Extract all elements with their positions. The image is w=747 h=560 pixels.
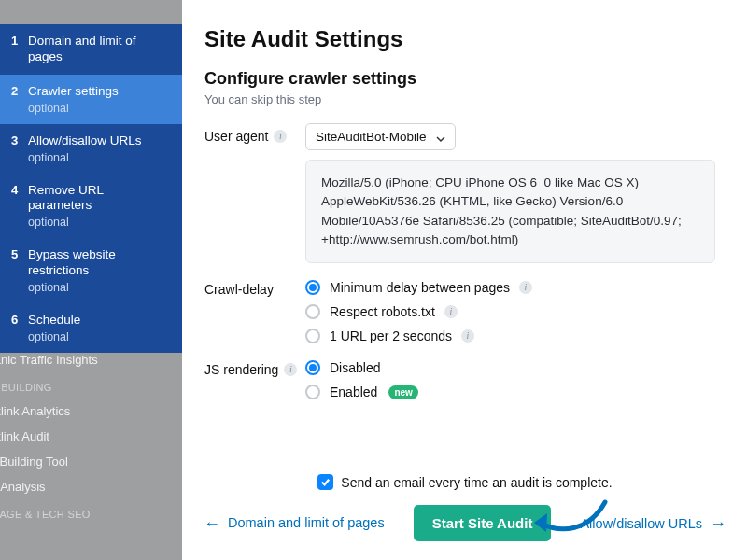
step-number: 4 (11, 183, 28, 197)
start-audit-button[interactable]: Start Site Audit (414, 505, 552, 541)
user-agent-label: User agent i (204, 123, 305, 144)
step-allow-disallow[interactable]: 3 Allow/disallow URLs optional (0, 124, 182, 174)
radio-label: Minimum delay between pages (330, 280, 510, 295)
next-link-text: Allow/disallow URLs (580, 516, 702, 531)
prev-link-text: Domain and limit of pages (228, 515, 385, 531)
user-agent-select[interactable]: SiteAuditBot-Mobile (305, 123, 456, 150)
step-label: Domain and limit of pages (28, 34, 167, 65)
user-agent-row: User agent i SiteAuditBot-Mobile Mozilla… (204, 123, 715, 263)
step-optional: optional (28, 216, 167, 229)
radio-icon (305, 280, 320, 295)
step-label: Remove URL parameters (28, 183, 167, 215)
step-optional: optional (28, 281, 167, 294)
radio-label: Enabled (330, 385, 377, 399)
email-notify-row: Send an email every time an audit is com… (204, 474, 726, 490)
info-icon[interactable]: i (519, 281, 532, 294)
radio-label: Respect robots.txt (330, 304, 435, 319)
check-icon (320, 477, 331, 487)
footer: Send an email every time an audit is com… (204, 474, 726, 541)
info-icon[interactable]: i (284, 363, 297, 376)
email-checkbox-label: Send an email every time an audit is com… (341, 475, 612, 490)
step-number: 1 (11, 34, 28, 48)
bg-nav-header: LINK BUILDING (0, 372, 182, 399)
js-rendering-label-text: JS rendering (204, 362, 278, 377)
step-number: 2 (11, 84, 28, 98)
js-rendering-row: JS rendering i Disabled Enabled new (204, 357, 715, 399)
step-label: Allow/disallow URLs (28, 133, 167, 149)
email-checkbox[interactable] (317, 474, 333, 490)
js-rendering-label: JS rendering i (204, 357, 305, 377)
arrow-right-icon: → (710, 515, 726, 532)
step-label: Bypass website restrictions (28, 247, 167, 279)
bg-nav-header: ON PAGE & TECH SEO (0, 499, 182, 525)
radio-icon (305, 360, 320, 375)
skip-note: You can skip this step (204, 92, 715, 106)
info-icon[interactable]: i (274, 130, 287, 143)
user-agent-selected-value: SiteAuditBot-Mobile (316, 130, 427, 144)
radio-icon (305, 329, 320, 343)
page-title: Site Audit Settings (204, 26, 715, 52)
crawl-delay-option-1url2s[interactable]: 1 URL per 2 seconds i (305, 329, 532, 343)
crawl-delay-row: Crawl-delay Minimum delay between pages … (204, 276, 715, 343)
info-icon[interactable]: i (461, 329, 474, 343)
js-rendering-enabled[interactable]: Enabled new (305, 385, 418, 399)
step-domain-limit[interactable]: 1 Domain and limit of pages (0, 24, 182, 75)
step-crawler-settings[interactable]: 2 Crawler settings optional (0, 75, 182, 124)
radio-label: 1 URL per 2 seconds (330, 329, 452, 343)
crawl-delay-option-robots[interactable]: Respect robots.txt i (305, 304, 532, 319)
prev-step-link[interactable]: ← Domain and limit of pages (204, 515, 385, 532)
step-number: 3 (11, 133, 28, 147)
radio-icon (305, 385, 320, 399)
chevron-down-icon (436, 133, 445, 142)
step-number: 6 (11, 313, 28, 327)
step-optional: optional (28, 151, 167, 164)
step-label: Schedule (28, 313, 167, 329)
crawl-delay-label: Crawl-delay (204, 276, 305, 297)
next-step-link[interactable]: Allow/disallow URLs → (580, 515, 726, 532)
bg-nav-group: Organic Traffic Insights LINK BUILDING B… (0, 347, 182, 525)
new-badge: new (388, 385, 417, 399)
step-schedule[interactable]: 6 Schedule optional (0, 303, 182, 353)
bg-nav-item: Link Building Tool (0, 449, 182, 474)
radio-icon (305, 304, 320, 319)
step-label: Crawler settings (28, 84, 167, 100)
step-remove-params[interactable]: 4 Remove URL parameters optional (0, 174, 182, 239)
wizard-steps: 1 Domain and limit of pages 2 Crawler se… (0, 24, 182, 353)
user-agent-string-box: Mozilla/5.0 (iPhone; CPU iPhone OS 6_0 l… (305, 160, 715, 263)
user-agent-label-text: User agent (204, 129, 268, 144)
bg-nav-item: Backlink Analytics (0, 399, 182, 424)
info-icon[interactable]: i (444, 305, 458, 318)
bg-nav-item: Backlink Audit (0, 424, 182, 449)
section-subtitle: Configure crawler settings (204, 69, 715, 89)
arrow-left-icon: ← (204, 515, 220, 532)
step-optional: optional (28, 102, 167, 115)
step-number: 5 (11, 247, 28, 261)
step-optional: optional (28, 330, 167, 343)
js-rendering-disabled[interactable]: Disabled (305, 360, 418, 375)
crawl-delay-option-min[interactable]: Minimum delay between pages i (305, 280, 532, 295)
bg-nav-item: Bulk Analysis (0, 474, 182, 499)
radio-label: Disabled (330, 360, 380, 375)
step-bypass-restrictions[interactable]: 5 Bypass website restrictions optional (0, 238, 182, 303)
